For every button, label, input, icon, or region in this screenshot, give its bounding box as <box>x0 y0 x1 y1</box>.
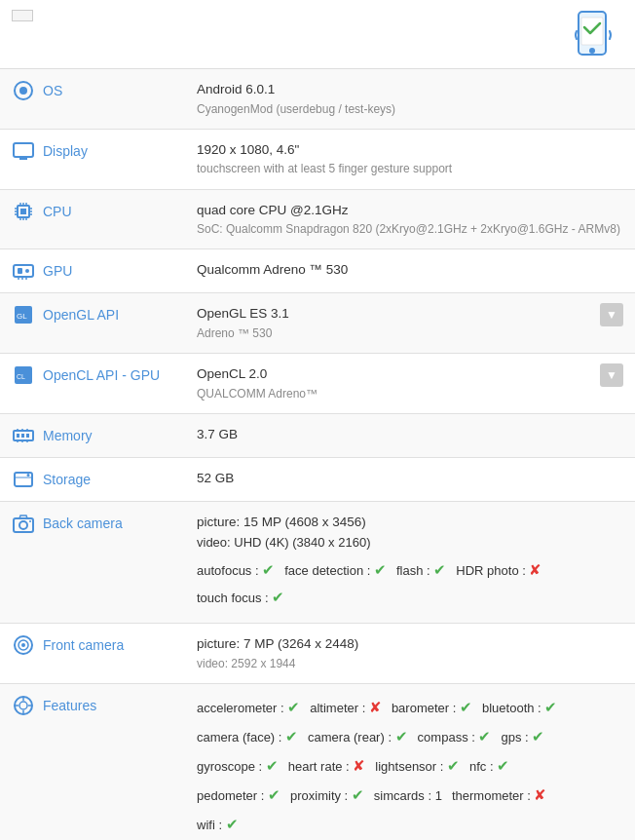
svg-point-52 <box>19 702 27 709</box>
cross-icon: ✘ <box>534 786 546 803</box>
label-cell-opencl: CL OpenCL API - GPU <box>0 354 185 414</box>
feature-item: gps : ✔ <box>501 730 544 745</box>
label-cell-gpu: GPU <box>0 249 185 293</box>
table-row: Storage 52 GB <box>0 457 635 501</box>
svg-rect-22 <box>14 265 33 277</box>
svg-rect-34 <box>21 434 24 438</box>
label-text-os: OS <box>43 83 62 98</box>
value-cell-opencl: OpenCL 2.0 QUALCOMM Adreno™ ▼ <box>185 354 635 414</box>
main-value-storage: 52 GB <box>197 468 623 489</box>
feature-item: altimeter : ✘ <box>310 701 382 715</box>
label-text-storage: Storage <box>43 472 91 487</box>
check-icon: ✔ <box>497 757 509 774</box>
label-text-gpu: GPU <box>43 263 72 279</box>
feature-item: heart rate : ✘ <box>288 759 365 774</box>
svg-point-24 <box>25 269 29 273</box>
feature-item: pedometer : ✔ <box>197 788 280 803</box>
cross-icon: ✘ <box>369 699 382 715</box>
main-value-os: Android 6.0.1 <box>197 79 623 100</box>
feature-item: wifi : ✔ <box>197 818 239 832</box>
features-line: camera (face) : ✔camera (rear) : ✔compas… <box>197 725 623 748</box>
features-line: wifi : ✔ <box>197 813 623 836</box>
feature-item: simcards : 1 <box>374 788 442 803</box>
value-cell-opengl: OpenGL ES 3.1 Adreno ™ 530 ▼ <box>185 293 635 354</box>
sub-value-cpu: SoC: Qualcomm Snapdragon 820 (2xKryo@2.1… <box>197 220 623 239</box>
value-cell-memory: 3.7 GB <box>185 413 635 457</box>
label-text-opengl: OpenGL API <box>43 307 119 323</box>
os-icon <box>12 79 35 102</box>
feature-item: compass : ✔ <box>418 730 492 745</box>
feature-item: barometer : ✔ <box>392 701 472 715</box>
label-cell-os: OS <box>0 69 185 129</box>
svg-rect-33 <box>17 434 19 438</box>
label-text-back_camera: Back camera <box>43 515 123 531</box>
page-title <box>12 10 33 21</box>
feature-item: nfc : ✔ <box>469 759 509 774</box>
sub-value-opencl: QUALCOMM Adreno™ <box>197 385 318 403</box>
check-icon: ✔ <box>226 816 239 832</box>
features-icon <box>12 694 35 717</box>
table-row: Features accelerometer : ✔altimeter : ✘b… <box>0 684 635 840</box>
cross-icon: ✘ <box>529 561 542 578</box>
label-text-display: Display <box>43 143 88 159</box>
check-icon: ✔ <box>272 589 284 605</box>
check-icon: ✔ <box>352 786 364 803</box>
features-line: pedometer : ✔proximity : ✔simcards : 1th… <box>197 783 623 807</box>
feature-item: HDR photo : ✘ <box>456 563 542 578</box>
value-cell-os: Android 6.0.1 CyanogenMod (userdebug / t… <box>185 69 635 129</box>
sub-value-front_camera: video: 2592 x 1944 <box>197 655 623 673</box>
check-icon: ✔ <box>262 561 275 578</box>
main-value-gpu: Qualcomm Adreno ™ 530 <box>197 259 623 281</box>
feature-item: accelerometer : ✔ <box>197 701 300 715</box>
features-line: accelerometer : ✔altimeter : ✘barometer … <box>197 696 623 719</box>
camera-icon <box>12 512 35 535</box>
label-cell-front_camera: Front camera <box>0 624 185 684</box>
video-value: video: UHD (4K) (3840 x 2160) <box>197 533 623 554</box>
table-row: Display 1920 x 1080, 4.6" touchscreen wi… <box>0 129 635 189</box>
main-value-opencl: OpenCL 2.0 <box>197 363 318 385</box>
feature-item: camera (face) : ✔ <box>197 730 298 745</box>
svg-point-47 <box>29 520 31 522</box>
svg-text:CL: CL <box>17 373 25 380</box>
feature-item: bluetooth : ✔ <box>482 701 557 715</box>
svg-rect-5 <box>14 143 33 157</box>
table-row: OS Android 6.0.1 CyanogenMod (userdebug … <box>0 69 635 129</box>
dropdown-button-opencl[interactable]: ▼ <box>600 363 623 387</box>
svg-point-46 <box>19 521 27 529</box>
label-cell-display: Display <box>0 129 185 189</box>
check-icon: ✔ <box>532 728 544 745</box>
feature-item: gyroscope : ✔ <box>197 759 279 774</box>
main-value-memory: 3.7 GB <box>197 424 623 445</box>
value-cell-storage: 52 GB <box>185 457 635 501</box>
svg-point-50 <box>21 643 25 647</box>
feature-item: face detection : ✔ <box>284 563 387 578</box>
label-cell-memory: Memory <box>0 413 185 457</box>
check-icon: ✔ <box>447 757 460 774</box>
main-value-display: 1920 x 1080, 4.6" <box>197 139 623 161</box>
main-value-cpu: quad core CPU @2.1GHz <box>197 200 623 221</box>
main-value-opengl: OpenGL ES 3.1 <box>197 303 289 325</box>
label-cell-features: Features <box>0 684 185 840</box>
page-header <box>0 0 635 69</box>
check-icon: ✔ <box>395 728 408 745</box>
value-cell-front_camera: picture: 7 MP (3264 x 2448) video: 2592 … <box>185 624 635 684</box>
cross-icon: ✘ <box>353 757 365 774</box>
camera-features-line2: touch focus : ✔ <box>197 586 623 609</box>
table-row: CL OpenCL API - GPU OpenCL 2.0 QUALCOMM … <box>0 354 635 414</box>
opengl-icon: GL <box>12 303 35 326</box>
logo <box>571 10 623 60</box>
value-cell-features: accelerometer : ✔altimeter : ✘barometer … <box>185 684 635 840</box>
table-row: Back camera picture: 15 MP (4608 x 3456)… <box>0 501 635 623</box>
storage-icon <box>12 468 35 491</box>
value-cell-gpu: Qualcomm Adreno ™ 530 <box>185 249 635 293</box>
check-icon: ✔ <box>266 757 279 774</box>
results-table: OS Android 6.0.1 CyanogenMod (userdebug … <box>0 69 635 840</box>
dropdown-button-opengl[interactable]: ▼ <box>600 303 623 326</box>
svg-point-2 <box>589 48 595 54</box>
sub-value-display: touchscreen with at least 5 finger gestu… <box>197 160 623 178</box>
label-cell-opengl: GL OpenGL API <box>0 293 185 354</box>
gpu-icon <box>12 259 35 283</box>
table-row: CPU quad core CPU @2.1GHz SoC: Qualcomm … <box>0 189 635 249</box>
svg-rect-23 <box>18 268 22 274</box>
sub-value-os: CyanogenMod (userdebug / test-keys) <box>197 100 623 119</box>
